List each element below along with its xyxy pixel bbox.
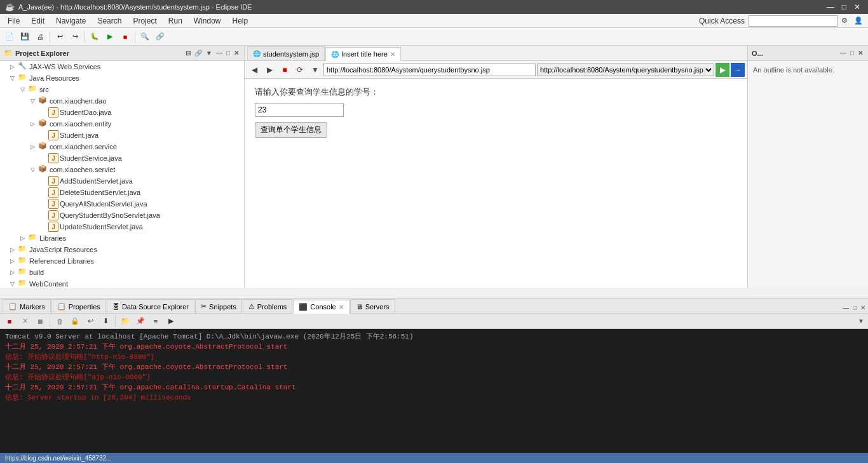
minimize-btn[interactable]: — (824, 3, 837, 11)
address-dropdown-btn[interactable]: ▼ (308, 63, 322, 77)
refresh-btn[interactable]: ⟳ (293, 63, 307, 77)
view-menu-btn[interactable]: ▼ (205, 49, 214, 57)
outline-minimize-btn[interactable]: — (839, 49, 848, 57)
menu-search[interactable]: Search (92, 15, 126, 27)
tree-item-reflibs[interactable]: ▷📁Referenced Libraries (0, 255, 244, 267)
query-button[interactable]: 查询单个学生信息 (255, 122, 327, 138)
collapse-all-btn[interactable]: ⊟ (184, 49, 192, 57)
browser-go-btn[interactable]: ▶ (715, 63, 729, 77)
tab-studentsystem[interactable]: 🌐 studentsystem.jsp (247, 46, 325, 60)
console-display-btn[interactable]: ≡ (149, 314, 163, 328)
console-line: 信息: 开始协议处理句柄["ajp-nio-8009"] (5, 372, 863, 382)
toolbar-redo-btn[interactable]: ↪ (68, 30, 82, 44)
console-clear-btn[interactable]: 🗑 (53, 314, 67, 328)
tree-item-dao[interactable]: ▽📦com.xiaochen.dao (0, 95, 244, 107)
link-editor-btn[interactable]: 🔗 (193, 49, 203, 57)
tab-insert-title-close[interactable]: ✕ (390, 51, 395, 58)
tree-item-updateservlet[interactable]: JUpdateStudentServlet.java (0, 221, 244, 232)
tree-item-libraries[interactable]: ▷📁Libraries (0, 232, 244, 244)
tree-label-queryallservlet: QueryAllStudentServlet.java (60, 200, 147, 208)
toolbar-icon-1[interactable]: ⚙ (837, 14, 851, 28)
toolbar-search-btn[interactable]: 🔍 (138, 30, 152, 44)
tree-item-querybysno[interactable]: JQueryStudentBySnoServlet.java (0, 210, 244, 221)
menu-file[interactable]: File (3, 15, 25, 27)
tree-label-student: Student.java (60, 131, 98, 139)
toolbar-save-btn[interactable]: 💾 (18, 30, 32, 44)
tree-item-webcontent[interactable]: ▽📁WebContent (0, 278, 244, 288)
tab-servers[interactable]: 🖥 Servers (350, 299, 395, 313)
tab-problems[interactable]: ⚠ Problems (243, 299, 292, 313)
console-word-wrap-btn[interactable]: ↩ (83, 314, 97, 328)
tree-item-service[interactable]: ▷📦com.xiaochen.service (0, 141, 244, 152)
menu-edit[interactable]: Edit (26, 15, 50, 27)
tree-item-entity[interactable]: ▷📦com.xiaochen.entity (0, 118, 244, 130)
tree-item-studentservice[interactable]: JStudentService.java (0, 152, 244, 164)
menu-window[interactable]: Window (189, 15, 226, 27)
toolbar-ref-btn[interactable]: 🔗 (153, 30, 167, 44)
tree-icon-java: J (48, 176, 58, 186)
quick-access-input[interactable] (752, 17, 834, 25)
tree-item-student[interactable]: JStudent.java (0, 130, 244, 141)
tab-markers[interactable]: 📋 Markers (3, 299, 51, 313)
forward-btn[interactable]: ▶ (262, 63, 276, 77)
toolbar-print-btn[interactable]: 🖨 (33, 30, 47, 44)
console-tab-close[interactable]: ✕ (339, 304, 344, 311)
console-pin-btn[interactable]: 📌 (133, 314, 147, 328)
console-open-file-btn[interactable]: 📁 (118, 314, 132, 328)
menu-help[interactable]: Help (227, 15, 254, 27)
tree-item-src[interactable]: ▽📁src (0, 84, 244, 95)
tree-item-queryallservlet[interactable]: JQueryAllStudentServlet.java (0, 198, 244, 210)
tab-console[interactable]: ⬛ Console ✕ (293, 300, 349, 314)
tree-item-studentdao[interactable]: JStudentDao.java (0, 107, 244, 118)
properties-label: Properties (69, 303, 100, 311)
tree-item-jsresources[interactable]: ▷📁JavaScript Resources (0, 244, 244, 255)
console-scroll-lock-btn[interactable]: 🔒 (68, 314, 82, 328)
tree-item-deleteservlet[interactable]: JDeleteStudentServlet.java (0, 187, 244, 198)
browser-address-input[interactable] (323, 64, 536, 76)
console-next-btn[interactable]: ▶ (164, 314, 178, 328)
bottom-maximize-btn[interactable]: □ (851, 304, 858, 312)
tree-label-java-resources: Java Resources (29, 74, 79, 82)
bottom-minimize-btn[interactable]: — (841, 304, 850, 312)
menu-navigate[interactable]: Navigate (51, 15, 91, 27)
tree-arrow: ▽ (10, 75, 18, 81)
tree-item-addservlet[interactable]: JAddStudentServlet.java (0, 175, 244, 187)
tree-item-build[interactable]: ▷📁build (0, 267, 244, 278)
bottom-close-btn[interactable]: ✕ (859, 304, 867, 312)
toolbar-run-btn[interactable]: ▶ (103, 30, 117, 44)
tab-properties[interactable]: 📋 Properties (51, 299, 106, 313)
tree-item-java-resources[interactable]: ▽📁Java Resources (0, 72, 244, 84)
maximize-panel-btn[interactable]: □ (225, 49, 231, 57)
menu-project[interactable]: Project (128, 15, 161, 27)
close-btn[interactable]: ✕ (851, 3, 863, 11)
console-disconnect-btn[interactable]: ⏹ (33, 314, 47, 328)
tab-snippets[interactable]: ✂ Snippets (195, 299, 242, 313)
tab-datasource[interactable]: 🗄 Data Source Explorer (107, 299, 194, 313)
outline-maximize-btn[interactable]: □ (849, 49, 855, 57)
close-panel-btn[interactable]: ✕ (233, 49, 240, 57)
toolbar-debug-btn[interactable]: 🐛 (88, 30, 102, 44)
menu-run[interactable]: Run (163, 15, 187, 27)
toolbar-stop-btn[interactable]: ■ (118, 30, 132, 44)
console-view-menu-btn[interactable]: ▼ (857, 317, 865, 325)
console-line: 十二月 25, 2020 2:57:21 下午 org.apache.coyot… (5, 342, 863, 352)
student-no-input[interactable] (255, 103, 344, 117)
tree-item-servlet[interactable]: ▽📦com.xiaochen.servlet (0, 164, 244, 175)
maximize-btn[interactable]: □ (839, 3, 849, 11)
minimize-panel-btn[interactable]: — (215, 49, 224, 57)
back-btn[interactable]: ◀ (247, 63, 261, 77)
toolbar-undo-btn[interactable]: ↩ (53, 30, 67, 44)
console-scroll-end-btn[interactable]: ⬇ (98, 314, 112, 328)
console-stop-btn[interactable]: ■ (3, 314, 17, 328)
console-terminate-btn[interactable]: ✕ (18, 314, 32, 328)
tree-item-jaxws[interactable]: ▷🔧JAX-WS Web Services (0, 61, 244, 72)
stop-btn[interactable]: ■ (278, 63, 292, 77)
browser-address-history[interactable]: http://localhost:8080/Asystem/querystude… (537, 64, 714, 76)
console-line: Tomcat v9.0 Server at localhost [Apache … (5, 332, 863, 342)
toolbar-icon-2[interactable]: 👤 (851, 14, 865, 28)
menu-bar: File Edit Navigate Search Project Run Wi… (0, 14, 868, 28)
tab-insert-title[interactable]: 🌐 Insert title here ✕ (325, 47, 401, 61)
outline-close-btn[interactable]: ✕ (857, 49, 864, 57)
toolbar-new-btn[interactable]: 📄 (3, 30, 17, 44)
browser-extra-btn[interactable]: → (731, 63, 745, 77)
